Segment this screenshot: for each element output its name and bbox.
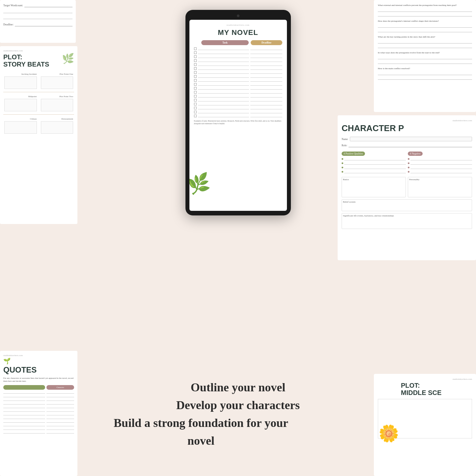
tablet-row xyxy=(194,75,282,78)
pm-site-url: studioinkwriters.com xyxy=(378,378,472,380)
beats-site-url: studioinkwriters.com xyxy=(3,49,74,52)
question-answer-line-2 xyxy=(378,24,472,28)
beats-divider-1 xyxy=(3,92,74,92)
beats-plot-point-one: Plot Point One xyxy=(40,72,74,90)
tablet-leaf-decoration: 🌿 xyxy=(189,171,212,196)
beats-climax: Climax xyxy=(3,117,38,135)
quotes-rows xyxy=(3,391,74,434)
quotes-col-blank xyxy=(3,385,45,390)
char-personality-label: Personality xyxy=(409,178,471,181)
quotes-row xyxy=(3,424,74,426)
tablet-row xyxy=(194,83,282,86)
question-2: How does the protagonist's internal conf… xyxy=(378,20,472,32)
char-positive-qualities: 4 Positive Qualities xyxy=(342,150,406,174)
beats-row-2: Midpoint Plot Point Two xyxy=(3,94,74,112)
char-negative-item xyxy=(408,170,472,173)
question-answer-line-3 xyxy=(378,40,472,43)
question-answer-line-5b xyxy=(378,76,472,80)
question-answer-line-5 xyxy=(378,71,472,75)
tablet-row xyxy=(194,102,282,105)
inciting-body xyxy=(4,76,37,89)
tablet-row xyxy=(194,91,282,94)
tablet-screen: studioinkwriters.com MY NOVEL Task Deadl… xyxy=(189,20,287,211)
denouement-label: Denouement xyxy=(41,118,73,120)
quotes-row xyxy=(3,398,74,401)
plot-point-two-body xyxy=(41,99,73,111)
question-text-4: In what ways does the protagonist evolve… xyxy=(378,51,472,54)
quotes-row xyxy=(3,427,74,430)
panel-plot-middle-scene: studioinkwriters.com 🌼 PLOT: MIDDLE SCE xyxy=(374,374,476,476)
task-column-header: Task xyxy=(201,40,249,45)
question-answer-line-3b xyxy=(378,44,472,48)
deadline-column-header: Deadline xyxy=(251,40,282,45)
tablet-device: studioinkwriters.com MY NOVEL Task Deadl… xyxy=(185,10,291,215)
beats-midpoint: Midpoint xyxy=(3,94,38,112)
wordcount-label: Target Wordcount: xyxy=(3,4,23,7)
char-positive-item xyxy=(342,157,406,160)
question-answer-line-4 xyxy=(378,55,472,59)
panel-character: studioinkwriters.com CHARACTER P Name Ro… xyxy=(338,115,476,260)
beats-divider-2 xyxy=(3,114,74,115)
tablet-row xyxy=(194,98,282,101)
char-sig-body xyxy=(343,218,471,228)
climax-label: Climax xyxy=(4,118,37,120)
char-name-row: Name xyxy=(342,137,472,141)
char-qualities: 4 Positive Qualities 4 Negative xyxy=(342,150,472,174)
tablet-row xyxy=(194,67,282,70)
quotes-description: For any characters or awesome lines that… xyxy=(3,377,74,382)
pm-flower-icon: 🌼 xyxy=(378,424,399,443)
tablet-row xyxy=(194,51,282,54)
question-text-5: How is the main conflict resolved? xyxy=(378,67,472,70)
inciting-label: Inciting Incident xyxy=(4,73,37,75)
beats-inciting-incident: Inciting Incident xyxy=(3,72,38,90)
tablet-row xyxy=(194,87,282,90)
question-text-1: What external and internal conflicts pre… xyxy=(378,4,472,7)
tablet-row xyxy=(194,79,282,82)
char-positive-item xyxy=(342,161,406,165)
char-role-label: Role: xyxy=(342,144,347,147)
tablet-camera xyxy=(237,14,239,17)
char-basics-label: Basics xyxy=(343,178,405,181)
panel-story-beats: studioinkwriters.com 🌿 PLOT: STORY BEATS… xyxy=(0,46,77,224)
char-name-input[interactable] xyxy=(350,137,472,141)
bottom-taglines: Outline your novel Develop your characte… xyxy=(102,378,374,450)
question-answer-line-1 xyxy=(378,8,472,12)
question-text-3: What are the key turning points in the s… xyxy=(378,36,472,39)
char-belief-body xyxy=(343,204,471,210)
tablet-device-wrapper: studioinkwriters.com MY NOVEL Task Deadl… xyxy=(185,10,291,215)
quotes-row xyxy=(3,402,74,405)
char-negative-item xyxy=(408,157,472,160)
quotes-row xyxy=(3,409,74,412)
char-personality-box: Personality xyxy=(408,177,472,197)
char-belief-label: Belief system xyxy=(343,201,471,203)
panel-quotes: studioinkwriters.com 🌱 QUOTES For any ch… xyxy=(0,351,77,476)
quotes-row xyxy=(3,431,74,434)
quotes-leaf-icon: 🌱 xyxy=(3,357,74,365)
char-title: CHARACTER P xyxy=(342,123,472,133)
midpoint-body xyxy=(4,99,37,111)
pm-title-block: PLOT: MIDDLE SCE xyxy=(401,382,472,396)
tablet-row xyxy=(194,106,282,109)
beats-denouement: Denouement xyxy=(40,117,74,135)
tagline-outline: Outline your novel xyxy=(102,378,374,396)
char-role-line xyxy=(349,143,472,147)
char-negative-item xyxy=(408,161,472,165)
quotes-row xyxy=(3,395,74,397)
question-text-2: How does the protagonist's internal conf… xyxy=(378,20,472,23)
quotes-site-url: studioinkwriters.com xyxy=(3,354,74,357)
climax-body xyxy=(4,121,37,134)
tagline-characters: Develop your characters xyxy=(102,396,374,414)
blank-line-2 xyxy=(3,15,72,19)
panel-conflict-questions: What external and internal conflicts pre… xyxy=(374,0,476,112)
question-4: In what ways does the protagonist evolve… xyxy=(378,51,472,64)
quotes-row xyxy=(3,391,74,394)
positive-qualities-header: 4 Positive Qualities xyxy=(342,152,365,156)
quotes-title: QUOTES xyxy=(3,365,74,375)
pm-title: PLOT: MIDDLE SCE xyxy=(401,382,472,396)
char-positive-item xyxy=(342,170,406,173)
tablet-column-headers: Task Deadline xyxy=(194,40,282,45)
char-negative-qualities: 4 Negative xyxy=(408,150,472,174)
beats-plot-point-two: Plot Point Two xyxy=(40,94,74,112)
question-3: What are the key turning points in the s… xyxy=(378,36,472,48)
char-sig-box: Significant life events, backstory, and … xyxy=(342,213,472,229)
